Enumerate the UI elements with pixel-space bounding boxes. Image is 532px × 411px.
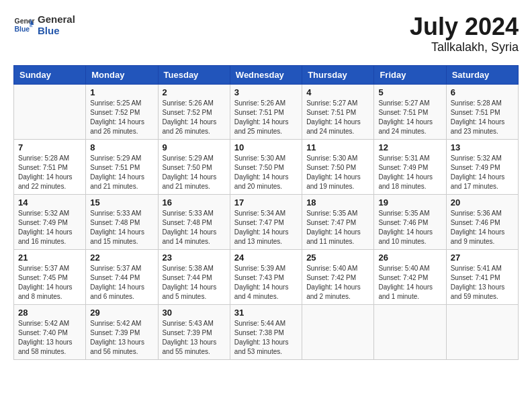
day-number: 27 <box>451 253 514 263</box>
day-info: Sunrise: 5:35 AM Sunset: 7:46 PM Dayligh… <box>378 209 441 246</box>
logo-general: General <box>38 13 75 25</box>
calendar-subtitle: Tallkalakh, Syria <box>410 40 519 54</box>
calendar-cell <box>374 304 446 359</box>
day-info: Sunrise: 5:37 AM Sunset: 7:45 PM Dayligh… <box>18 264 81 302</box>
day-info: Sunrise: 5:32 AM Sunset: 7:49 PM Dayligh… <box>451 154 514 191</box>
calendar-cell: 20Sunrise: 5:36 AM Sunset: 7:46 PM Dayli… <box>446 194 518 249</box>
day-number: 30 <box>163 308 226 318</box>
calendar-cell: 17Sunrise: 5:34 AM Sunset: 7:47 PM Dayli… <box>230 194 302 249</box>
calendar-cell: 3Sunrise: 5:26 AM Sunset: 7:51 PM Daylig… <box>230 84 302 139</box>
day-info: Sunrise: 5:33 AM Sunset: 7:48 PM Dayligh… <box>163 209 226 246</box>
day-number: 2 <box>163 87 226 97</box>
header-day: Wednesday <box>230 65 302 84</box>
calendar-cell: 16Sunrise: 5:33 AM Sunset: 7:48 PM Dayli… <box>158 194 230 249</box>
day-number: 9 <box>163 142 226 152</box>
calendar-cell: 15Sunrise: 5:33 AM Sunset: 7:48 PM Dayli… <box>86 194 158 249</box>
day-number: 26 <box>378 253 441 263</box>
day-number: 5 <box>378 87 441 97</box>
day-number: 24 <box>234 253 298 263</box>
day-info: Sunrise: 5:27 AM Sunset: 7:51 PM Dayligh… <box>378 99 441 136</box>
calendar-cell: 30Sunrise: 5:43 AM Sunset: 7:39 PM Dayli… <box>158 304 230 359</box>
day-info: Sunrise: 5:25 AM Sunset: 7:52 PM Dayligh… <box>90 99 153 136</box>
header-row: SundayMondayTuesdayWednesdayThursdayFrid… <box>14 65 519 84</box>
day-info: Sunrise: 5:38 AM Sunset: 7:44 PM Dayligh… <box>163 264 226 302</box>
calendar-title: July 2024 <box>410 13 519 40</box>
day-number: 15 <box>90 197 153 208</box>
header-day: Friday <box>374 65 446 84</box>
day-info: Sunrise: 5:26 AM Sunset: 7:52 PM Dayligh… <box>163 99 226 136</box>
calendar-body: 1Sunrise: 5:25 AM Sunset: 7:52 PM Daylig… <box>14 84 519 359</box>
header-day: Sunday <box>14 65 86 84</box>
day-info: Sunrise: 5:42 AM Sunset: 7:39 PM Dayligh… <box>90 319 153 357</box>
day-number: 18 <box>306 197 369 208</box>
day-info: Sunrise: 5:31 AM Sunset: 7:49 PM Dayligh… <box>378 154 441 191</box>
day-number: 1 <box>90 87 153 97</box>
day-number: 19 <box>378 197 441 208</box>
calendar-cell: 9Sunrise: 5:29 AM Sunset: 7:50 PM Daylig… <box>158 139 230 194</box>
day-number: 25 <box>306 253 369 263</box>
calendar-cell: 14Sunrise: 5:32 AM Sunset: 7:49 PM Dayli… <box>14 194 86 249</box>
day-number: 3 <box>234 87 298 97</box>
day-number: 23 <box>163 253 226 263</box>
calendar-cell: 29Sunrise: 5:42 AM Sunset: 7:39 PM Dayli… <box>86 304 158 359</box>
calendar-cell: 31Sunrise: 5:44 AM Sunset: 7:38 PM Dayli… <box>230 304 302 359</box>
day-info: Sunrise: 5:36 AM Sunset: 7:46 PM Dayligh… <box>451 209 514 246</box>
logo: General Blue General Blue <box>13 13 75 36</box>
calendar-cell: 19Sunrise: 5:35 AM Sunset: 7:46 PM Dayli… <box>374 194 446 249</box>
day-info: Sunrise: 5:30 AM Sunset: 7:50 PM Dayligh… <box>234 154 298 191</box>
day-info: Sunrise: 5:32 AM Sunset: 7:49 PM Dayligh… <box>18 209 81 246</box>
calendar-cell: 23Sunrise: 5:38 AM Sunset: 7:44 PM Dayli… <box>158 249 230 304</box>
logo-blue: Blue <box>38 25 75 36</box>
day-info: Sunrise: 5:43 AM Sunset: 7:39 PM Dayligh… <box>163 319 226 357</box>
day-info: Sunrise: 5:27 AM Sunset: 7:51 PM Dayligh… <box>306 99 369 136</box>
calendar-cell: 10Sunrise: 5:30 AM Sunset: 7:50 PM Dayli… <box>230 139 302 194</box>
day-info: Sunrise: 5:28 AM Sunset: 7:51 PM Dayligh… <box>451 99 514 136</box>
calendar-cell <box>14 84 86 139</box>
day-number: 11 <box>306 142 369 152</box>
day-number: 7 <box>18 142 81 152</box>
day-number: 20 <box>451 197 514 208</box>
day-info: Sunrise: 5:35 AM Sunset: 7:47 PM Dayligh… <box>306 209 369 246</box>
calendar-cell: 12Sunrise: 5:31 AM Sunset: 7:49 PM Dayli… <box>374 139 446 194</box>
day-info: Sunrise: 5:39 AM Sunset: 7:43 PM Dayligh… <box>234 264 298 302</box>
calendar-cell <box>302 304 374 359</box>
header-day: Saturday <box>446 65 518 84</box>
calendar-table: SundayMondayTuesdayWednesdayThursdayFrid… <box>13 65 519 360</box>
day-info: Sunrise: 5:40 AM Sunset: 7:42 PM Dayligh… <box>378 264 441 302</box>
day-info: Sunrise: 5:42 AM Sunset: 7:40 PM Dayligh… <box>18 319 81 357</box>
calendar-header: SundayMondayTuesdayWednesdayThursdayFrid… <box>14 65 519 84</box>
calendar-cell <box>446 304 518 359</box>
logo-icon: General Blue <box>13 14 35 36</box>
day-info: Sunrise: 5:29 AM Sunset: 7:51 PM Dayligh… <box>90 154 153 191</box>
calendar-week-row: 28Sunrise: 5:42 AM Sunset: 7:40 PM Dayli… <box>14 304 519 359</box>
day-info: Sunrise: 5:34 AM Sunset: 7:47 PM Dayligh… <box>234 209 298 246</box>
calendar-cell: 18Sunrise: 5:35 AM Sunset: 7:47 PM Dayli… <box>302 194 374 249</box>
day-info: Sunrise: 5:30 AM Sunset: 7:50 PM Dayligh… <box>306 154 369 191</box>
day-number: 31 <box>234 308 298 318</box>
day-info: Sunrise: 5:33 AM Sunset: 7:48 PM Dayligh… <box>90 209 153 246</box>
calendar-cell: 21Sunrise: 5:37 AM Sunset: 7:45 PM Dayli… <box>14 249 86 304</box>
day-number: 28 <box>18 308 81 318</box>
svg-text:Blue: Blue <box>15 26 30 33</box>
page-header: General Blue General Blue July 2024 Tall… <box>13 13 519 54</box>
calendar-cell: 27Sunrise: 5:41 AM Sunset: 7:41 PM Dayli… <box>446 249 518 304</box>
day-info: Sunrise: 5:26 AM Sunset: 7:51 PM Dayligh… <box>234 99 298 136</box>
header-day: Tuesday <box>158 65 230 84</box>
day-info: Sunrise: 5:44 AM Sunset: 7:38 PM Dayligh… <box>234 319 298 357</box>
calendar-cell: 26Sunrise: 5:40 AM Sunset: 7:42 PM Dayli… <box>374 249 446 304</box>
day-info: Sunrise: 5:37 AM Sunset: 7:44 PM Dayligh… <box>90 264 153 302</box>
calendar-cell: 2Sunrise: 5:26 AM Sunset: 7:52 PM Daylig… <box>158 84 230 139</box>
calendar-cell: 7Sunrise: 5:28 AM Sunset: 7:51 PM Daylig… <box>14 139 86 194</box>
calendar-week-row: 1Sunrise: 5:25 AM Sunset: 7:52 PM Daylig… <box>14 84 519 139</box>
day-number: 22 <box>90 253 153 263</box>
calendar-cell: 25Sunrise: 5:40 AM Sunset: 7:42 PM Dayli… <box>302 249 374 304</box>
day-info: Sunrise: 5:40 AM Sunset: 7:42 PM Dayligh… <box>306 264 369 302</box>
day-number: 21 <box>18 253 81 263</box>
calendar-cell: 8Sunrise: 5:29 AM Sunset: 7:51 PM Daylig… <box>86 139 158 194</box>
calendar-cell: 24Sunrise: 5:39 AM Sunset: 7:43 PM Dayli… <box>230 249 302 304</box>
day-number: 10 <box>234 142 298 152</box>
calendar-cell: 11Sunrise: 5:30 AM Sunset: 7:50 PM Dayli… <box>302 139 374 194</box>
calendar-cell: 6Sunrise: 5:28 AM Sunset: 7:51 PM Daylig… <box>446 84 518 139</box>
calendar-week-row: 7Sunrise: 5:28 AM Sunset: 7:51 PM Daylig… <box>14 139 519 194</box>
header-day: Monday <box>86 65 158 84</box>
